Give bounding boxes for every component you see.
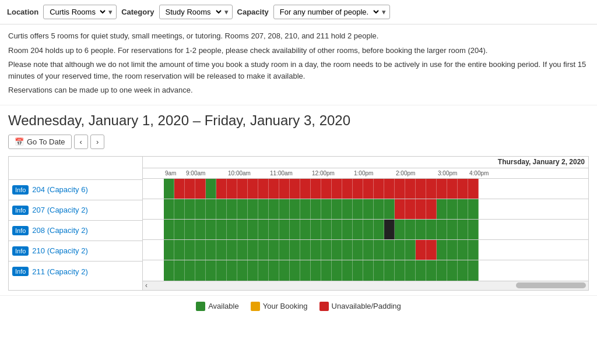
cell-room_207-21[interactable] xyxy=(363,199,374,219)
cell-room_210-14[interactable] xyxy=(290,240,300,260)
cell-room_204-17[interactable] xyxy=(321,179,332,199)
cell-room_204-19[interactable] xyxy=(342,179,353,199)
cell-room_210-19[interactable] xyxy=(342,240,353,260)
cell-room_208-19[interactable] xyxy=(342,220,353,239)
cell-room_204-25[interactable] xyxy=(405,179,416,199)
room-name-204[interactable]: 204 (Capacity 6) xyxy=(32,185,87,194)
cell-room_208-11[interactable] xyxy=(258,220,269,239)
cell-room_204-27[interactable] xyxy=(426,179,437,199)
cell-room_204-7[interactable] xyxy=(216,179,227,199)
cell-room_204-3[interactable] xyxy=(174,179,185,199)
cell-room_210-10[interactable] xyxy=(248,240,258,260)
cell-room_208-5[interactable] xyxy=(195,220,206,239)
cell-room_208-30[interactable] xyxy=(458,220,468,239)
cell-room_210-8[interactable] xyxy=(227,240,237,260)
cell-room_204-11[interactable] xyxy=(258,179,269,199)
info-button-208[interactable]: Info xyxy=(12,226,29,235)
cell-room_211-29[interactable] xyxy=(447,260,458,281)
cell-room_207-19[interactable] xyxy=(342,199,353,219)
cell-room_210-31[interactable] xyxy=(468,240,479,260)
cell-room_210-26[interactable] xyxy=(416,240,426,260)
cell-room_210-15[interactable] xyxy=(300,240,311,260)
cell-room_210-21[interactable] xyxy=(363,240,374,260)
cell-room_207-2[interactable] xyxy=(164,199,174,219)
cell-room_211-12[interactable] xyxy=(269,260,279,281)
cell-room_207-16[interactable] xyxy=(311,199,321,219)
room-name-207[interactable]: 207 (Capacity 2) xyxy=(32,206,87,214)
room-name-208[interactable]: 208 (Capacity 2) xyxy=(32,226,87,235)
cell-room_210-24[interactable] xyxy=(395,240,405,260)
cell-room_204-14[interactable] xyxy=(290,179,300,199)
cell-room_208-24[interactable] xyxy=(395,220,405,239)
cell-room_204-30[interactable] xyxy=(458,179,468,199)
cell-room_211-25[interactable] xyxy=(405,260,416,281)
goto-date-button[interactable]: 📅 Go To Date xyxy=(8,135,72,149)
cell-room_204-18[interactable] xyxy=(332,179,342,199)
cell-room_207-9[interactable] xyxy=(237,199,248,219)
cell-room_207-22[interactable] xyxy=(374,199,384,219)
cell-room_207-13[interactable] xyxy=(279,199,290,219)
cell-room_208-31[interactable] xyxy=(468,220,479,239)
cell-room_204-10[interactable] xyxy=(248,179,258,199)
cell-room_207-7[interactable] xyxy=(216,199,227,219)
cell-room_211-13[interactable] xyxy=(279,260,290,281)
location-select[interactable]: Curtis Rooms ▾ xyxy=(43,5,117,19)
cell-room_207-31[interactable] xyxy=(468,199,479,219)
cell-room_204-8[interactable] xyxy=(227,179,237,199)
cell-room_210-11[interactable] xyxy=(258,240,269,260)
cell-room_207-29[interactable] xyxy=(447,199,458,219)
cell-room_208-10[interactable] xyxy=(248,220,258,239)
cell-room_208-26[interactable] xyxy=(416,220,426,239)
cell-room_204-2[interactable] xyxy=(164,179,174,199)
cell-room_207-6[interactable] xyxy=(206,199,216,219)
cell-room_211-14[interactable] xyxy=(290,260,300,281)
cell-room_208-7[interactable] xyxy=(216,220,227,239)
cell-room_207-5[interactable] xyxy=(195,199,206,219)
cell-room_210-9[interactable] xyxy=(237,240,248,260)
cell-room_208-15[interactable] xyxy=(300,220,311,239)
cell-room_207-18[interactable] xyxy=(332,199,342,219)
cell-room_204-29[interactable] xyxy=(447,179,458,199)
cell-room_211-23[interactable] xyxy=(384,260,395,281)
cell-room_211-2[interactable] xyxy=(164,260,174,281)
cell-room_211-24[interactable] xyxy=(395,260,405,281)
capacity-dropdown[interactable]: For any number of people. xyxy=(278,7,381,17)
cell-room_211-30[interactable] xyxy=(458,260,468,281)
cell-room_211-19[interactable] xyxy=(342,260,353,281)
cell-room_210-2[interactable] xyxy=(164,240,174,260)
cell-room_210-6[interactable] xyxy=(206,240,216,260)
capacity-select[interactable]: For any number of people. ▾ xyxy=(273,5,390,19)
next-date-button[interactable]: › xyxy=(90,135,104,149)
cell-room_204-4[interactable] xyxy=(185,179,195,199)
cell-room_204-6[interactable] xyxy=(206,179,216,199)
info-button-210[interactable]: Info xyxy=(12,246,29,256)
cell-room_211-22[interactable] xyxy=(374,260,384,281)
cell-room_204-12[interactable] xyxy=(269,179,279,199)
cell-room_210-5[interactable] xyxy=(195,240,206,260)
cell-room_208-22[interactable] xyxy=(374,220,384,239)
cell-room_211-26[interactable] xyxy=(416,260,426,281)
cell-room_210-16[interactable] xyxy=(311,240,321,260)
cell-room_207-20[interactable] xyxy=(353,199,363,219)
cell-room_210-30[interactable] xyxy=(458,240,468,260)
cell-room_207-3[interactable] xyxy=(174,199,185,219)
cell-room_204-15[interactable] xyxy=(300,179,311,199)
cell-room_207-28[interactable] xyxy=(437,199,447,219)
cell-room_210-12[interactable] xyxy=(269,240,279,260)
cell-room_207-10[interactable] xyxy=(248,199,258,219)
cell-room_208-23[interactable] xyxy=(384,220,395,239)
cell-room_207-8[interactable] xyxy=(227,199,237,219)
cell-room_210-27[interactable] xyxy=(426,240,437,260)
cell-room_204-23[interactable] xyxy=(384,179,395,199)
cell-room_204-26[interactable] xyxy=(416,179,426,199)
cell-room_210-25[interactable] xyxy=(405,240,416,260)
cell-room_211-18[interactable] xyxy=(332,260,342,281)
room-name-210[interactable]: 210 (Capacity 2) xyxy=(32,246,87,255)
scroll-left-icon[interactable]: ‹ xyxy=(145,281,148,289)
cell-room_204-22[interactable] xyxy=(374,179,384,199)
category-select[interactable]: Study Rooms ▾ xyxy=(159,5,233,19)
cell-room_208-2[interactable] xyxy=(164,220,174,239)
cell-room_210-18[interactable] xyxy=(332,240,342,260)
cell-room_211-4[interactable] xyxy=(185,260,195,281)
cell-room_204-9[interactable] xyxy=(237,179,248,199)
